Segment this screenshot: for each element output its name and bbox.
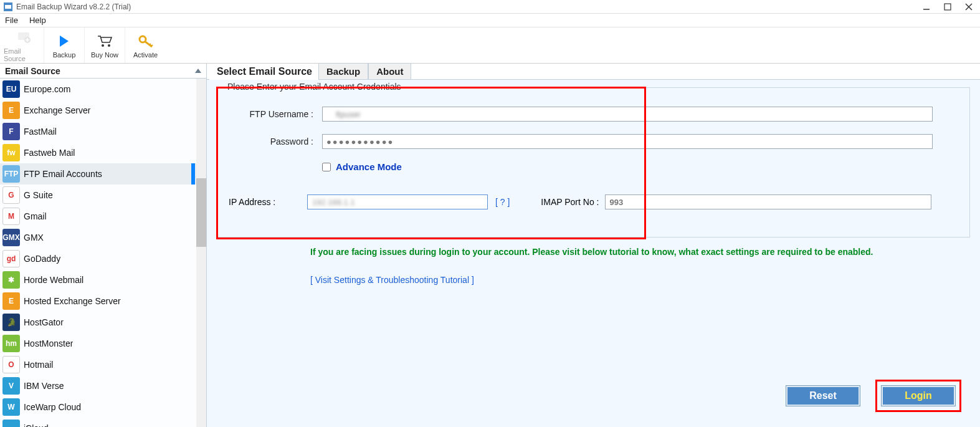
sidebar-item-exchange-server[interactable]: EExchange Server — [0, 100, 206, 121]
sidebar-item-label: Hotmail — [24, 360, 53, 370]
password-label: Password : — [229, 137, 322, 146]
maximize-button[interactable] — [944, 3, 951, 11]
source-icon: fw — [2, 144, 20, 161]
sidebar-item-icewarp-cloud[interactable]: WIceWarp Cloud — [0, 396, 206, 418]
toolbar-activate[interactable]: Activate — [125, 27, 166, 63]
titlebar: Email Backup Wizard v8.2.2 (Trial) — [0, 0, 980, 14]
password-input[interactable] — [322, 134, 933, 149]
sidebar: Email Source EUEurope.comEExchange Serve… — [0, 64, 207, 427]
advance-mode-checkbox[interactable] — [322, 163, 331, 171]
sidebar-item-hosted-exchange-server[interactable]: EHosted Exchange Server — [0, 290, 206, 312]
sidebar-item-ftp-email-accounts[interactable]: FTPFTP Email Accounts — [0, 163, 206, 185]
reset-button[interactable]: Reset — [786, 385, 860, 406]
login-help-message: If you are facing issues during login to… — [310, 246, 970, 259]
svg-point-8 — [102, 44, 104, 47]
fieldset-legend: Please Enter your Email Account Credenti… — [224, 82, 405, 92]
sidebar-scrollbar[interactable] — [196, 79, 206, 427]
svg-rect-3 — [944, 4, 951, 10]
source-icon: F — [2, 123, 20, 140]
menu-help[interactable]: Help — [29, 16, 46, 25]
source-icon: FTP — [2, 165, 20, 183]
sidebar-item-label: G Suite — [24, 190, 53, 200]
menu-file[interactable]: File — [5, 16, 18, 25]
sidebar-item-label: Gmail — [24, 211, 47, 221]
credentials-fieldset: Please Enter your Email Account Credenti… — [217, 87, 970, 237]
advance-mode-label: Advance Mode — [336, 161, 402, 172]
sidebar-list: EUEurope.comEExchange ServerFFastMailfwF… — [0, 79, 206, 427]
sidebar-item-label: Hosted Exchange Server — [24, 296, 121, 306]
imap-port-label: IMAP Port No : — [541, 197, 599, 207]
ip-help-link[interactable]: [ ? ] — [495, 197, 510, 207]
source-icon: G — [2, 186, 20, 204]
window-title: Email Backup Wizard v8.2.2 (Trial) — [16, 2, 923, 11]
sidebar-item-g-suite[interactable]: GG Suite — [0, 185, 206, 206]
sidebar-item-godaddy[interactable]: gdGoDaddy — [0, 248, 206, 269]
key-icon — [138, 32, 154, 50]
sidebar-item-horde-webmail[interactable]: ✱Horde Webmail — [0, 269, 206, 290]
sidebar-item-label: Fastweb Mail — [24, 148, 75, 158]
toolbar-email-source[interactable]: Email Source — [4, 27, 44, 63]
sidebar-item-hotmail[interactable]: OHotmail — [0, 354, 206, 375]
sidebar-item-label: IceWarp Cloud — [24, 402, 81, 412]
sidebar-item-label: Horde Webmail — [24, 275, 83, 285]
source-icon: V — [2, 377, 20, 395]
email-source-icon — [16, 29, 32, 46]
sidebar-item-europe-com[interactable]: EUEurope.com — [0, 79, 206, 100]
highlight-box-login: Login — [875, 380, 961, 412]
backup-icon — [59, 32, 70, 50]
source-icon: ☁ — [2, 420, 20, 428]
toolbar: Email Source Backup Buy Now Activate — [0, 27, 980, 64]
source-icon: GMX — [2, 229, 20, 246]
source-icon: M — [2, 208, 20, 225]
content-area: Select Email Source Backup About Please … — [207, 64, 980, 427]
ip-address-label: IP Address : — [229, 197, 307, 207]
login-button[interactable]: Login — [881, 385, 956, 406]
sidebar-item-fastmail[interactable]: FFastMail — [0, 121, 206, 142]
source-icon: EU — [2, 80, 20, 98]
sidebar-item-label: iCloud — [24, 423, 49, 428]
sidebar-item-label: FastMail — [24, 127, 57, 137]
toolbar-backup[interactable]: Backup — [44, 27, 85, 63]
source-icon: E — [2, 102, 20, 119]
svg-point-9 — [108, 44, 110, 47]
ip-address-input[interactable] — [307, 194, 488, 209]
source-icon: E — [2, 292, 20, 310]
sidebar-header[interactable]: Email Source — [0, 64, 206, 79]
source-icon: 🐊 — [2, 314, 20, 331]
tab-about[interactable]: About — [368, 63, 411, 80]
svg-rect-1 — [5, 5, 11, 9]
sidebar-item-label: Europe.com — [24, 84, 70, 94]
tab-select-email-source[interactable]: Select Email Source — [209, 64, 318, 80]
app-icon — [4, 2, 12, 11]
source-icon: O — [2, 356, 20, 373]
sidebar-item-gmail[interactable]: MGmail — [0, 206, 206, 227]
source-icon: W — [2, 398, 20, 416]
sidebar-item-label: GoDaddy — [24, 254, 60, 264]
imap-port-input[interactable] — [605, 194, 931, 209]
source-icon: ✱ — [2, 271, 20, 289]
ftp-username-input[interactable] — [322, 107, 933, 122]
sidebar-item-label: HostGator — [24, 317, 64, 327]
tutorial-link[interactable]: [ Visit Settings & Troubleshooting Tutor… — [310, 275, 474, 285]
sidebar-item-label: GMX — [24, 233, 44, 242]
sidebar-item-label: Exchange Server — [24, 105, 90, 115]
sidebar-item-hostmonster[interactable]: hmHostMonster — [0, 333, 206, 354]
source-icon: hm — [2, 335, 20, 352]
sidebar-item-label: IBM Verse — [24, 381, 64, 391]
sidebar-item-fastweb-mail[interactable]: fwFastweb Mail — [0, 142, 206, 163]
source-icon: gd — [2, 250, 20, 267]
menubar: File Help — [0, 14, 980, 27]
ftp-username-label: FTP Username : — [229, 109, 322, 119]
cart-icon — [97, 32, 113, 50]
sidebar-item-icloud[interactable]: ☁iCloud — [0, 418, 206, 427]
toolbar-buy-now[interactable]: Buy Now — [85, 27, 125, 63]
sidebar-item-gmx[interactable]: GMXGMX — [0, 227, 206, 248]
scroll-thumb[interactable] — [196, 178, 206, 247]
tab-backup[interactable]: Backup — [318, 63, 368, 80]
sidebar-item-hostgator[interactable]: 🐊HostGator — [0, 312, 206, 333]
minimize-button[interactable] — [923, 3, 930, 11]
sidebar-item-label: HostMonster — [24, 338, 73, 348]
sidebar-item-ibm-verse[interactable]: VIBM Verse — [0, 375, 206, 396]
collapse-arrow-icon — [195, 69, 201, 73]
close-button[interactable] — [965, 3, 973, 11]
